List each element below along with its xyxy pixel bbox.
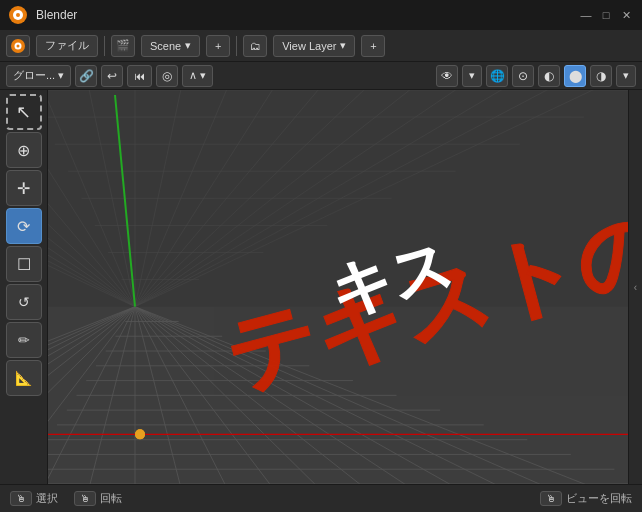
material-shading[interactable]: ⬤ xyxy=(564,65,586,87)
select-key: 🖱 xyxy=(10,491,32,506)
solid-shading[interactable]: ◐ xyxy=(538,65,560,87)
blender-logo xyxy=(8,5,28,25)
tool-select[interactable]: ↖ xyxy=(6,94,42,130)
wireframe-button[interactable]: ◎ xyxy=(156,65,178,87)
status-view-rotate: 🖱 ビューを回転 xyxy=(540,491,632,506)
blender-icon xyxy=(10,38,26,54)
maximize-button[interactable]: □ xyxy=(598,7,614,23)
scene-icon-button[interactable]: 🎬 xyxy=(111,35,135,57)
tool-transform[interactable]: ⟳ xyxy=(6,208,42,244)
undo-button[interactable]: ↩ xyxy=(101,65,123,87)
file-menu-button[interactable]: ファイル xyxy=(36,35,98,57)
blender-menu-button[interactable] xyxy=(6,35,30,57)
view-rotate-label: ビューを回転 xyxy=(566,491,632,506)
status-bar: 🖱 選択 🖱 回転 🖱 ビューを回転 xyxy=(0,484,642,512)
scene-arrow: ▾ xyxy=(185,39,191,52)
status-select: 🖱 選択 xyxy=(10,491,58,506)
rotate-key: 🖱 xyxy=(74,491,96,506)
shading-options[interactable]: ▾ xyxy=(616,65,636,87)
viewlayer-arrow: ▾ xyxy=(340,39,346,52)
scene-name: Scene xyxy=(150,40,181,52)
left-sidebar: ↖ ⊕ ✛ ⟳ ☐ ↺ ✏ 📐 xyxy=(0,90,48,484)
close-button[interactable]: ✕ xyxy=(618,7,634,23)
viewlayer-name: View Layer xyxy=(282,40,336,52)
minimize-button[interactable]: — xyxy=(578,7,594,23)
viewlayer-icon-button[interactable]: 🗂 xyxy=(243,35,267,57)
mode-selector[interactable]: グロー... ▾ xyxy=(6,65,71,87)
tool-cursor[interactable]: ⊕ xyxy=(6,132,42,168)
tool-rotate[interactable]: ↺ xyxy=(6,284,42,320)
file-label: ファイル xyxy=(45,38,89,53)
rotate-label: 回転 xyxy=(100,491,122,506)
svg-point-2 xyxy=(16,13,20,17)
header-bar: ファイル 🎬 Scene ▾ + 🗂 View Layer ▾ + xyxy=(0,30,642,62)
history-button[interactable]: ⏮ xyxy=(127,65,152,87)
viewport[interactable]: テキストの追加 キス xyxy=(48,90,628,484)
mode-arrow: ▾ xyxy=(58,69,64,82)
viewlayer-add-button[interactable]: + xyxy=(361,35,385,57)
viewport-shading-dropdown[interactable]: ▾ xyxy=(462,65,482,87)
tool-annotate[interactable]: ✏ xyxy=(6,322,42,358)
viewport-shading-eye[interactable]: 👁 xyxy=(436,65,458,87)
view-rotate-key: 🖱 xyxy=(540,491,562,506)
title-controls: — □ ✕ xyxy=(578,7,634,23)
tool-scale[interactable]: ☐ xyxy=(6,246,42,282)
xray-button[interactable]: ⊙ xyxy=(512,65,534,87)
status-rotate: 🖱 回転 xyxy=(74,491,122,506)
scene-add-button[interactable]: + xyxy=(206,35,230,57)
viewlayer-selector[interactable]: View Layer ▾ xyxy=(273,35,355,57)
toolbar-row: グロー... ▾ 🔗 ↩ ⏮ ◎ ∧ ▾ 👁 ▾ 🌐 ⊙ ◐ ⬤ ◑ ▾ xyxy=(0,62,642,90)
select-label: 選択 xyxy=(36,491,58,506)
title-text: Blender xyxy=(36,8,77,22)
title-bar: Blender — □ ✕ xyxy=(0,0,642,30)
right-sidebar-collapse[interactable]: ‹ xyxy=(628,90,642,484)
tool-move[interactable]: ✛ xyxy=(6,170,42,206)
main-area: ↖ ⊕ ✛ ⟳ ☐ ↺ ✏ 📐 テキストの追加 キス ‹ xyxy=(0,90,642,484)
link-button[interactable]: 🔗 xyxy=(75,65,97,87)
title-left: Blender xyxy=(8,5,77,25)
separator-2 xyxy=(236,36,237,56)
tool-measure[interactable]: 📐 xyxy=(6,360,42,396)
separator-1 xyxy=(104,36,105,56)
mode-label: グロー... xyxy=(13,68,55,83)
rendered-shading[interactable]: ◑ xyxy=(590,65,612,87)
shading-dropdown[interactable]: ∧ ▾ xyxy=(182,65,213,87)
scene-selector[interactable]: Scene ▾ xyxy=(141,35,200,57)
overlay-button[interactable]: 🌐 xyxy=(486,65,508,87)
svg-point-5 xyxy=(17,44,20,47)
history-icon: ⏮ xyxy=(134,70,145,82)
viewport-grid xyxy=(48,90,628,484)
